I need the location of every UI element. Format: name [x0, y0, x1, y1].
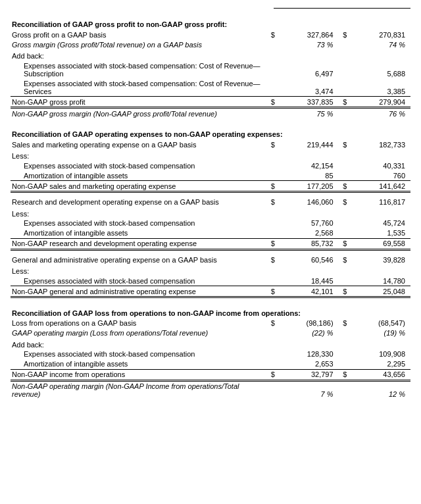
value2 [348, 49, 410, 61]
table-row: Non-GAAP general and administrative oper… [11, 286, 410, 297]
value2: 182,733 [348, 139, 410, 149]
table-row: Expenses associated with stock-based com… [11, 61, 410, 78]
dollar2 [339, 338, 349, 349]
dollar2 [339, 276, 349, 286]
value1: 75 % [276, 108, 339, 119]
financials-table: Reconciliation of GAAP gross profit to n… [11, 14, 410, 399]
value2: 14,780 [348, 276, 410, 286]
dollar1: $ [266, 238, 276, 249]
dollar2 [339, 49, 349, 61]
table-row: Expenses associated with stock-based com… [11, 161, 410, 170]
dollar1: $ [266, 181, 276, 192]
value1 [276, 207, 339, 218]
value1: 327,864 [276, 30, 339, 39]
section-title: Reconciliation of GAAP operating expense… [11, 124, 410, 139]
value2: (68,547) [348, 318, 410, 328]
row-label: Expenses associated with stock-based com… [11, 61, 266, 78]
value2: 5,688 [348, 61, 410, 78]
dollar2 [339, 170, 349, 181]
dollar2 [339, 39, 349, 49]
value2: 76 % [348, 108, 410, 119]
dollar2 [339, 149, 349, 161]
row-label: Non-GAAP gross margin (Non-GAAP gross pr… [11, 108, 266, 119]
dollar1 [266, 380, 276, 399]
row-label: Add back: [11, 49, 266, 61]
value2: 141,642 [348, 181, 410, 192]
table-row: Expenses associated with stock-based com… [11, 349, 410, 359]
table-row: Add back: [11, 49, 410, 61]
value1: 3,474 [276, 78, 339, 97]
dollar2: $ [339, 286, 349, 297]
value1: 6,497 [276, 61, 339, 78]
value1: 32,797 [276, 369, 339, 380]
value2: 116,817 [348, 197, 410, 207]
dollar2 [339, 328, 349, 338]
dollar1 [266, 218, 276, 228]
value1: 219,444 [276, 139, 339, 149]
table-row: Non-GAAP sales and marketing operating e… [11, 181, 410, 192]
value2: 109,908 [348, 349, 410, 359]
dollar1: $ [266, 255, 276, 265]
value2 [348, 207, 410, 218]
row-label: Amortization of intangible assets [11, 170, 266, 181]
dollar2 [339, 207, 349, 218]
value2: 270,831 [348, 30, 410, 39]
value1: 2,653 [276, 359, 339, 370]
row-label: Gross margin (Gross profit/Total revenue… [11, 39, 266, 49]
dollar2: $ [339, 30, 349, 39]
row-label: Expenses associated with stock-based com… [11, 349, 266, 359]
value1: (22) % [276, 328, 339, 338]
dollar2: $ [339, 97, 349, 108]
dollar2: $ [339, 139, 349, 149]
value2: 45,724 [348, 218, 410, 228]
dollar2: $ [339, 369, 349, 380]
row-label: Gross profit on a GAAP basis [11, 30, 266, 39]
table-row: Non-GAAP gross profit $ 337,835 $ 279,90… [11, 97, 410, 108]
dollar2 [339, 228, 349, 239]
table-row: Non-GAAP research and development operat… [11, 238, 410, 249]
table-row: Research and development operating expen… [11, 197, 410, 207]
table-row: Expenses associated with stock-based com… [11, 78, 410, 97]
table-row: Less: [11, 265, 410, 276]
value2: 760 [348, 170, 410, 181]
value1 [276, 149, 339, 161]
row-label: Less: [11, 149, 266, 161]
row-label: Non-GAAP gross profit [11, 97, 266, 108]
table-row: Less: [11, 149, 410, 161]
dollar1 [266, 161, 276, 170]
dollar1: $ [266, 97, 276, 108]
dollar1 [266, 207, 276, 218]
dollar1 [266, 276, 276, 286]
row-label: Loss from operations on a GAAP basis [11, 318, 266, 328]
dollar1 [266, 359, 276, 370]
table-row: Amortization of intangible assets 2,653 … [11, 359, 410, 370]
dollar2: $ [339, 255, 349, 265]
value1: 177,205 [276, 181, 339, 192]
row-label: Less: [11, 265, 266, 276]
table-row: Add back: [11, 338, 410, 349]
dollar2 [339, 380, 349, 399]
value2: 3,385 [348, 78, 410, 97]
table-row: Loss from operations on a GAAP basis $ (… [11, 318, 410, 328]
value1: 42,101 [276, 286, 339, 297]
row-label: Amortization of intangible assets [11, 359, 266, 370]
value2: 25,048 [348, 286, 410, 297]
value2: 39,828 [348, 255, 410, 265]
value1: 7 % [276, 380, 339, 399]
table-row: Expenses associated with stock-based com… [11, 218, 410, 228]
table-row: Non-GAAP income from operations $ 32,797… [11, 369, 410, 380]
dollar1 [266, 78, 276, 97]
row-label: Less: [11, 207, 266, 218]
value1: 57,760 [276, 218, 339, 228]
dollar1 [266, 328, 276, 338]
value2 [348, 149, 410, 161]
dollar1 [266, 228, 276, 239]
dollar2 [339, 61, 349, 78]
value2 [348, 265, 410, 276]
dollar2 [339, 108, 349, 119]
row-label: Non-GAAP research and development operat… [11, 238, 266, 249]
dollar1 [266, 61, 276, 78]
dollar1 [266, 149, 276, 161]
value1: 42,154 [276, 161, 339, 170]
dollar1 [266, 49, 276, 61]
